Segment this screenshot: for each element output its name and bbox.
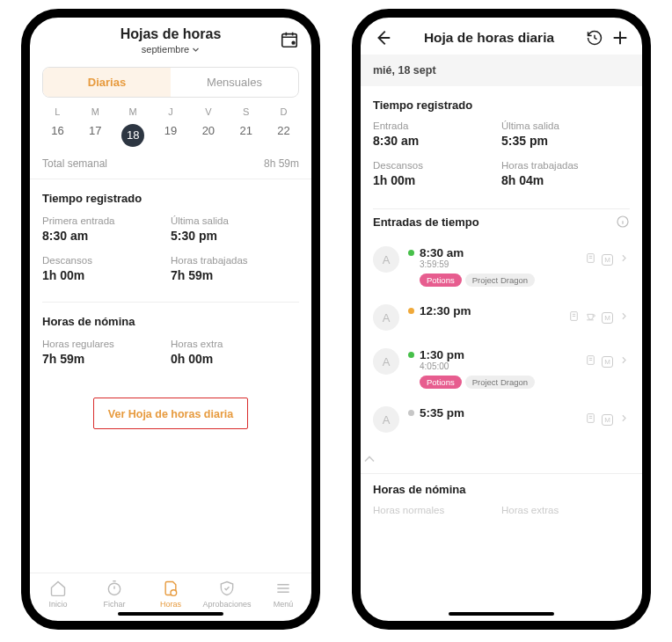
svg-point-1 — [292, 41, 295, 44]
chev-icon — [618, 412, 630, 424]
time-registered-section: Tiempo registrado Primera entrada8:30 am… — [30, 179, 311, 298]
day-label: D — [265, 106, 303, 117]
home-indicator — [118, 612, 223, 616]
svg-point-3 — [171, 590, 177, 596]
arrow-left-icon — [373, 28, 392, 47]
day-cell[interactable]: J19 — [152, 106, 190, 147]
segment-monthly[interactable]: Mensuales — [171, 68, 298, 97]
tab-home[interactable]: Inicio — [30, 579, 86, 609]
extra-label: Horas extra — [171, 339, 299, 349]
time-entry[interactable]: A 5:35 pm M — [361, 398, 642, 441]
breaks-value: 1h 00m — [373, 173, 501, 187]
avatar: A — [373, 304, 399, 331]
first-in-label: Primera entrada — [42, 215, 171, 226]
svg-point-2 — [108, 583, 120, 595]
tab-label: Inicio — [30, 600, 86, 609]
home-indicator — [449, 612, 554, 616]
day-number: 22 — [265, 124, 303, 137]
time-registered-section: Tiempo registrado Entrada8:30 am Última … — [361, 86, 642, 205]
info-icon[interactable] — [616, 215, 630, 229]
add-button[interactable] — [610, 28, 630, 47]
week-strip: L16M17M18J19V20S21D22 — [30, 98, 311, 147]
out-label: Última salida — [501, 120, 630, 131]
day-cell[interactable]: D22 — [265, 106, 303, 147]
tab-menu[interactable]: Menú — [255, 579, 311, 609]
last-out-label: Última salida — [171, 215, 299, 226]
stopwatch-icon — [106, 580, 123, 597]
highlight-annotation: Ver Hoja de horas diaria — [93, 398, 248, 429]
tab-clockin[interactable]: Fichar — [86, 579, 142, 609]
M-icon: M — [602, 308, 613, 324]
calendar-button[interactable] — [280, 30, 299, 49]
worked-value: 8h 04m — [501, 173, 630, 187]
day-label: V — [189, 106, 227, 117]
day-label: J — [152, 106, 190, 117]
entry-icons: M — [568, 308, 630, 324]
breaks-label: Descansos — [373, 160, 501, 171]
note-icon — [568, 310, 580, 322]
history-button[interactable] — [586, 29, 603, 47]
day-cell[interactable]: V20 — [189, 106, 227, 147]
status-dot — [408, 352, 414, 358]
tag: Potions — [420, 376, 462, 389]
collapse-button[interactable] — [361, 441, 642, 473]
page-title: Hojas de horas — [42, 26, 299, 42]
tab-hours[interactable]: Horas — [142, 579, 199, 609]
month-label: septiembre — [142, 44, 189, 55]
avatar: A — [373, 348, 399, 375]
day-cell[interactable]: L16 — [39, 106, 77, 147]
tab-label: Menú — [255, 600, 311, 609]
entry-time: 12:30 pm — [420, 304, 471, 317]
header: Hojas de horas septiembre — [30, 18, 311, 58]
first-in-value: 8:30 am — [42, 229, 171, 243]
M-icon: M — [602, 352, 613, 368]
time-entry[interactable]: A 12:30 pm M — [361, 295, 642, 339]
entry-icons: M — [585, 352, 630, 368]
day-cell[interactable]: S21 — [227, 106, 265, 147]
month-selector[interactable]: septiembre — [42, 44, 299, 55]
phone-daily-timesheet: Hoja de horas diaria mié, 18 sept Tiempo… — [352, 9, 651, 630]
segment-control: Diarias Mensuales — [42, 67, 299, 98]
view-daily-link[interactable]: Ver Hoja de horas diaria — [108, 408, 233, 420]
in-value: 8:30 am — [373, 134, 501, 148]
status-dot — [408, 308, 414, 314]
entry-time: 5:35 pm — [420, 406, 464, 419]
regular-value: 7h 59m — [42, 352, 171, 366]
out-value: 5:35 pm — [501, 134, 630, 148]
entry-icons: M — [585, 250, 630, 266]
entry-icons: M — [585, 410, 630, 426]
last-out-value: 5:30 pm — [171, 229, 299, 243]
tab-label: Horas — [142, 600, 199, 609]
week-total-value: 8h 59m — [264, 157, 299, 170]
M-icon: M — [602, 250, 613, 266]
history-icon — [586, 29, 603, 47]
chev-icon — [618, 310, 630, 322]
day-label: M — [114, 106, 152, 117]
svg-rect-0 — [282, 34, 297, 47]
time-entry[interactable]: A 8:30 am 3:59:59 PotionsProject Dragon … — [361, 237, 642, 295]
entries-header: Entradas de tiempo — [361, 209, 642, 237]
note-icon — [585, 252, 596, 264]
day-cell[interactable]: M17 — [77, 106, 114, 147]
day-label: S — [227, 106, 265, 117]
section-title: Horas de nómina — [42, 315, 299, 328]
week-total-row: Total semanal 8h 59m — [30, 147, 311, 179]
segment-daily[interactable]: Diarias — [43, 68, 171, 97]
home-icon — [49, 580, 67, 597]
back-button[interactable] — [373, 28, 392, 47]
document-icon — [162, 580, 179, 597]
chevron-up-icon — [361, 450, 378, 468]
chev-icon — [618, 252, 630, 264]
breaks-value: 1h 00m — [42, 268, 171, 282]
time-entry[interactable]: A 1:30 pm 4:05:00 PotionsProject Dragon … — [361, 339, 642, 398]
header: Hoja de horas diaria — [361, 18, 642, 55]
note-icon — [585, 412, 596, 424]
page-title: Hoja de horas diaria — [399, 30, 579, 46]
day-number: 20 — [189, 124, 227, 137]
calendar-icon — [280, 30, 299, 49]
tab-approvals[interactable]: Aprobaciones — [199, 579, 255, 609]
entries-title: Entradas de tiempo — [373, 215, 479, 229]
day-cell[interactable]: M18 — [114, 106, 152, 147]
tab-label: Fichar — [86, 600, 142, 609]
day-number: 17 — [77, 124, 114, 137]
